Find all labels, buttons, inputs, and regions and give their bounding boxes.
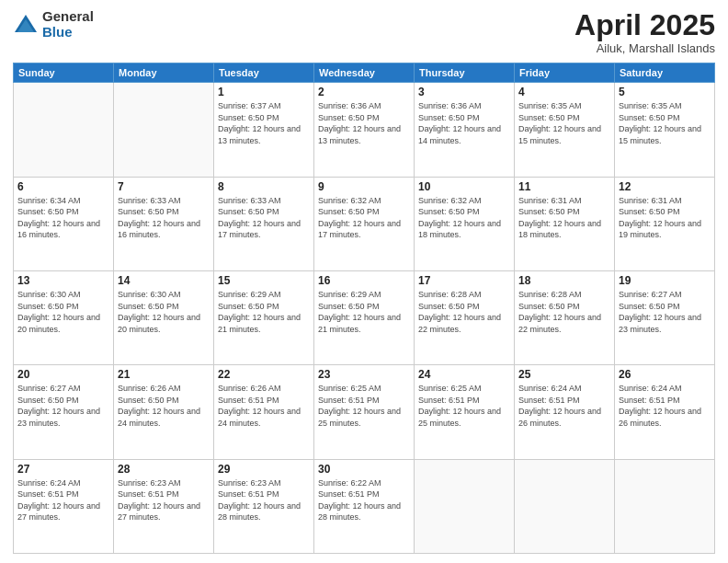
day-number: 16 [318,274,410,287]
table-row: 8Sunrise: 6:33 AMSunset: 6:50 PMDaylight… [214,177,314,270]
col-friday: Friday [515,63,615,83]
day-info: Sunrise: 6:32 AMSunset: 6:50 PMDaylight:… [318,195,410,241]
table-row: 14Sunrise: 6:30 AMSunset: 6:50 PMDayligh… [114,270,214,364]
day-number: 23 [318,368,410,381]
day-info: Sunrise: 6:25 AMSunset: 6:51 PMDaylight:… [318,383,410,429]
day-number: 12 [619,180,711,193]
title-block: April 2025 Ailuk, Marshall Islands [574,9,715,55]
day-info: Sunrise: 6:22 AMSunset: 6:51 PMDaylight:… [318,477,410,523]
calendar-week-row: 27Sunrise: 6:24 AMSunset: 6:51 PMDayligh… [14,459,715,553]
table-row: 25Sunrise: 6:24 AMSunset: 6:51 PMDayligh… [515,365,615,459]
day-number: 11 [518,180,610,193]
day-info: Sunrise: 6:27 AMSunset: 6:50 PMDaylight:… [17,383,109,429]
day-number: 22 [218,368,310,381]
day-info: Sunrise: 6:24 AMSunset: 6:51 PMDaylight:… [619,383,711,429]
day-info: Sunrise: 6:35 AMSunset: 6:50 PMDaylight:… [518,100,610,146]
logo-text: General Blue [42,9,94,40]
day-number: 2 [318,86,410,98]
day-number: 10 [418,180,510,193]
table-row: 6Sunrise: 6:34 AMSunset: 6:50 PMDaylight… [14,177,114,270]
day-info: Sunrise: 6:26 AMSunset: 6:51 PMDaylight:… [218,383,310,429]
calendar-table: Sunday Monday Tuesday Wednesday Thursday… [13,63,715,554]
day-info: Sunrise: 6:28 AMSunset: 6:50 PMDaylight:… [518,289,610,335]
day-number: 4 [518,86,610,98]
table-row: 28Sunrise: 6:23 AMSunset: 6:51 PMDayligh… [114,459,214,553]
table-row: 5Sunrise: 6:35 AMSunset: 6:50 PMDaylight… [615,83,715,177]
day-number: 18 [518,274,610,287]
day-info: Sunrise: 6:23 AMSunset: 6:51 PMDaylight:… [218,477,310,523]
table-row: 12Sunrise: 6:31 AMSunset: 6:50 PMDayligh… [615,177,715,270]
table-row: 20Sunrise: 6:27 AMSunset: 6:50 PMDayligh… [14,365,114,459]
header: General Blue April 2025 Ailuk, Marshall … [13,9,715,55]
table-row: 22Sunrise: 6:26 AMSunset: 6:51 PMDayligh… [214,365,314,459]
day-info: Sunrise: 6:30 AMSunset: 6:50 PMDaylight:… [118,289,210,335]
logo-blue-text: Blue [42,25,94,40]
day-number: 26 [619,368,711,381]
day-number: 6 [17,180,109,193]
table-row [415,459,515,553]
table-row: 24Sunrise: 6:25 AMSunset: 6:51 PMDayligh… [415,365,515,459]
col-monday: Monday [114,63,214,83]
day-number: 13 [17,274,109,287]
day-number: 25 [518,368,610,381]
day-number: 14 [118,274,210,287]
day-info: Sunrise: 6:25 AMSunset: 6:51 PMDaylight:… [418,383,510,429]
day-info: Sunrise: 6:30 AMSunset: 6:50 PMDaylight:… [17,289,109,335]
table-row: 18Sunrise: 6:28 AMSunset: 6:50 PMDayligh… [515,270,615,364]
day-number: 19 [619,274,711,287]
title-location: Ailuk, Marshall Islands [574,41,715,55]
calendar-week-row: 13Sunrise: 6:30 AMSunset: 6:50 PMDayligh… [14,270,715,364]
day-number: 5 [619,86,711,98]
table-row: 16Sunrise: 6:29 AMSunset: 6:50 PMDayligh… [314,270,415,364]
calendar-week-row: 20Sunrise: 6:27 AMSunset: 6:50 PMDayligh… [14,365,715,459]
day-info: Sunrise: 6:23 AMSunset: 6:51 PMDaylight:… [118,477,210,523]
day-number: 8 [218,180,310,193]
page: General Blue April 2025 Ailuk, Marshall … [0,0,728,563]
day-number: 3 [418,86,510,98]
logo: General Blue [13,9,94,40]
title-month: April 2025 [574,9,715,41]
day-info: Sunrise: 6:33 AMSunset: 6:50 PMDaylight:… [118,195,210,241]
table-row: 9Sunrise: 6:32 AMSunset: 6:50 PMDaylight… [314,177,415,270]
table-row: 26Sunrise: 6:24 AMSunset: 6:51 PMDayligh… [615,365,715,459]
calendar-week-row: 1Sunrise: 6:37 AMSunset: 6:50 PMDaylight… [14,83,715,177]
table-row [114,83,214,177]
table-row: 30Sunrise: 6:22 AMSunset: 6:51 PMDayligh… [314,459,415,553]
table-row: 19Sunrise: 6:27 AMSunset: 6:50 PMDayligh… [615,270,715,364]
table-row: 23Sunrise: 6:25 AMSunset: 6:51 PMDayligh… [314,365,415,459]
col-wednesday: Wednesday [314,63,415,83]
header-row: Sunday Monday Tuesday Wednesday Thursday… [14,63,715,83]
day-info: Sunrise: 6:36 AMSunset: 6:50 PMDaylight:… [418,100,510,146]
day-number: 29 [218,463,310,476]
day-info: Sunrise: 6:35 AMSunset: 6:50 PMDaylight:… [619,100,711,146]
day-number: 27 [17,463,109,476]
day-info: Sunrise: 6:27 AMSunset: 6:50 PMDaylight:… [619,289,711,335]
day-number: 28 [118,463,210,476]
table-row [515,459,615,553]
day-info: Sunrise: 6:32 AMSunset: 6:50 PMDaylight:… [418,195,510,241]
day-number: 24 [418,368,510,381]
day-number: 21 [118,368,210,381]
table-row: 1Sunrise: 6:37 AMSunset: 6:50 PMDaylight… [214,83,314,177]
day-number: 20 [17,368,109,381]
table-row: 29Sunrise: 6:23 AMSunset: 6:51 PMDayligh… [214,459,314,553]
day-info: Sunrise: 6:24 AMSunset: 6:51 PMDaylight:… [518,383,610,429]
table-row: 3Sunrise: 6:36 AMSunset: 6:50 PMDaylight… [415,83,515,177]
calendar-week-row: 6Sunrise: 6:34 AMSunset: 6:50 PMDaylight… [14,177,715,270]
day-info: Sunrise: 6:28 AMSunset: 6:50 PMDaylight:… [418,289,510,335]
day-number: 30 [318,463,410,476]
col-thursday: Thursday [415,63,515,83]
day-info: Sunrise: 6:34 AMSunset: 6:50 PMDaylight:… [17,195,109,241]
day-number: 7 [118,180,210,193]
table-row: 4Sunrise: 6:35 AMSunset: 6:50 PMDaylight… [515,83,615,177]
table-row: 27Sunrise: 6:24 AMSunset: 6:51 PMDayligh… [14,459,114,553]
day-info: Sunrise: 6:31 AMSunset: 6:50 PMDaylight:… [619,195,711,241]
table-row: 7Sunrise: 6:33 AMSunset: 6:50 PMDaylight… [114,177,214,270]
logo-general-text: General [42,9,94,25]
day-info: Sunrise: 6:29 AMSunset: 6:50 PMDaylight:… [218,289,310,335]
day-number: 9 [318,180,410,193]
table-row: 17Sunrise: 6:28 AMSunset: 6:50 PMDayligh… [415,270,515,364]
table-row: 2Sunrise: 6:36 AMSunset: 6:50 PMDaylight… [314,83,415,177]
day-info: Sunrise: 6:24 AMSunset: 6:51 PMDaylight:… [17,477,109,523]
day-number: 17 [418,274,510,287]
